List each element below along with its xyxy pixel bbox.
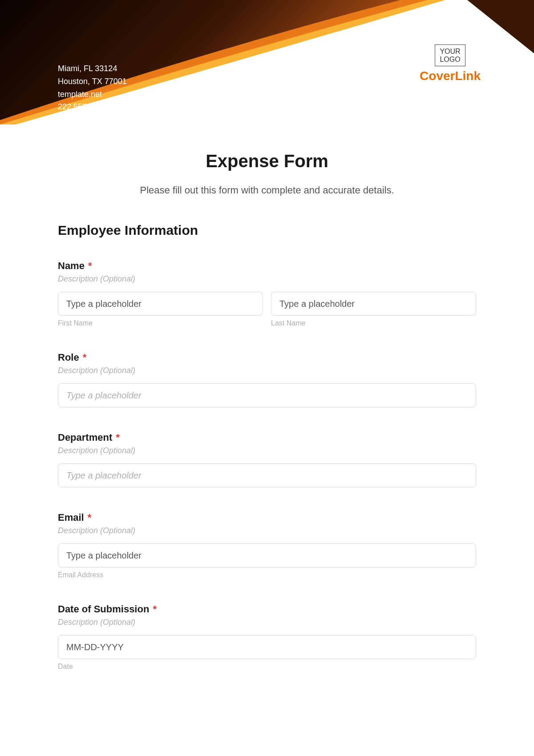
label-name-text: Name: [58, 260, 85, 271]
logo-placeholder: YOUR LOGO: [435, 44, 465, 66]
logo-line-1: YOUR: [440, 48, 460, 56]
form-content: Expense Form Please fill out this form w…: [0, 125, 534, 713]
required-mark: *: [153, 603, 157, 615]
address-line-1: Miami, FL 33124: [58, 62, 127, 75]
desc-email: Description (Optional): [58, 526, 476, 535]
role-input[interactable]: [58, 383, 476, 407]
label-department-text: Department: [58, 432, 112, 443]
last-name-input[interactable]: [271, 292, 476, 316]
page-title: Expense Form: [58, 151, 476, 171]
website: template.net: [58, 88, 127, 101]
label-email-text: Email: [58, 512, 84, 523]
label-name: Name *: [58, 260, 476, 272]
label-department: Department *: [58, 432, 476, 443]
desc-date: Description (Optional): [58, 618, 476, 627]
logo-block: YOUR LOGO CoverLink: [420, 44, 481, 83]
phone: 222 555 777: [58, 101, 127, 113]
field-name: Name * Description (Optional) First Name…: [58, 260, 476, 327]
label-role-text: Role: [58, 352, 79, 363]
field-role: Role * Description (Optional): [58, 352, 476, 407]
desc-name: Description (Optional): [58, 274, 476, 284]
label-email: Email *: [58, 512, 476, 523]
last-name-sublabel: Last Name: [271, 319, 476, 327]
label-date: Date of Submission *: [58, 603, 476, 615]
required-mark: *: [83, 352, 87, 363]
field-date: Date of Submission * Description (Option…: [58, 603, 476, 671]
page-subtitle: Please fill out this form with complete …: [58, 185, 476, 196]
date-sublabel: Date: [58, 663, 476, 671]
header-banner: Miami, FL 33124 Houston, TX 77001 templa…: [0, 0, 534, 125]
date-input[interactable]: [58, 635, 476, 659]
desc-role: Description (Optional): [58, 366, 476, 375]
email-input[interactable]: [58, 543, 476, 567]
required-mark: *: [88, 512, 92, 523]
label-date-text: Date of Submission: [58, 603, 149, 615]
brand-name: CoverLink: [420, 69, 481, 83]
first-name-input[interactable]: [58, 292, 263, 316]
section-employee-info: Employee Information: [58, 223, 476, 238]
logo-line-2: LOGO: [440, 56, 460, 64]
address-line-2: Houston, TX 77001: [58, 75, 127, 88]
header-contact-info: Miami, FL 33124 Houston, TX 77001 templa…: [58, 62, 127, 113]
field-department: Department * Description (Optional): [58, 432, 476, 487]
department-input[interactable]: [58, 463, 476, 487]
desc-department: Description (Optional): [58, 446, 476, 455]
first-name-sublabel: First Name: [58, 319, 263, 327]
label-role: Role *: [58, 352, 476, 363]
email-sublabel: Email Address: [58, 571, 476, 579]
required-mark: *: [116, 432, 120, 443]
field-email: Email * Description (Optional) Email Add…: [58, 512, 476, 579]
required-mark: *: [88, 260, 92, 271]
